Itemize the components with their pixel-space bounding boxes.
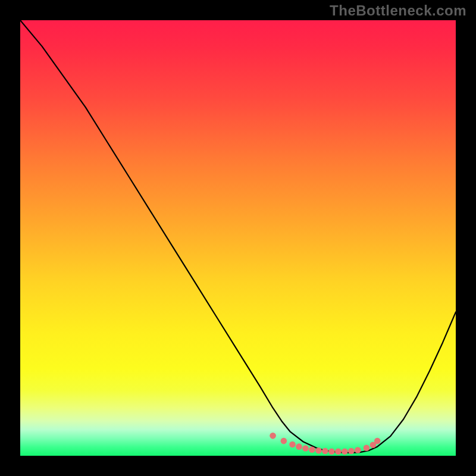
- marker-dot: [315, 447, 322, 454]
- marker-dot: [302, 445, 309, 452]
- marker-dot: [281, 438, 287, 444]
- marker-dot: [335, 448, 342, 455]
- marker-dot: [328, 448, 335, 455]
- marker-dot: [342, 448, 348, 455]
- bottleneck-curve-path: [20, 20, 456, 453]
- marker-dot: [355, 447, 361, 453]
- chart-frame: TheBottleneck.com: [0, 0, 476, 476]
- watermark-text: TheBottleneck.com: [330, 2, 466, 19]
- marker-dot: [322, 448, 328, 455]
- marker-dot: [289, 441, 296, 448]
- marker-dot: [348, 448, 355, 455]
- marker-dot: [270, 433, 276, 439]
- curve-layer: [20, 20, 456, 456]
- marker-dot: [309, 446, 315, 453]
- plot-area: [20, 20, 456, 456]
- marker-dot: [374, 438, 381, 444]
- marker-dot: [364, 445, 370, 452]
- marker-dot: [296, 443, 302, 450]
